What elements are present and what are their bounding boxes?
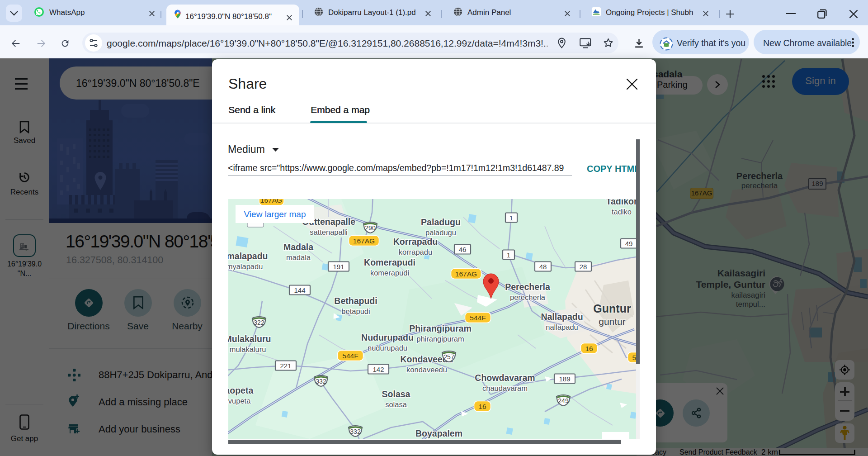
svg-text:167AG: 167AG: [353, 237, 375, 245]
svg-text:Nudurupadu: Nudurupadu: [361, 332, 414, 342]
svg-text:Komerapudi: Komerapudi: [364, 257, 415, 267]
svg-text:28: 28: [580, 263, 587, 271]
svg-text:Bethapudi: Bethapudi: [334, 296, 377, 306]
svg-text:chaudavaram: chaudavaram: [482, 384, 528, 392]
svg-text:paladugu: paladugu: [425, 228, 456, 237]
svg-text:16: 16: [585, 345, 593, 352]
svg-text:Nallapadu: Nallapadu: [541, 312, 583, 322]
svg-text:191: 191: [333, 263, 344, 271]
svg-text:144: 144: [294, 286, 305, 294]
svg-text:hmalapadu: hmalapadu: [228, 251, 268, 261]
svg-text:167AG: 167AG: [455, 270, 477, 278]
svg-text:sattenapalli: sattenapalli: [310, 228, 347, 236]
svg-text:kondaveedu: kondaveedu: [406, 366, 447, 374]
svg-text:332: 332: [316, 378, 326, 385]
svg-text:Korrapadu: Korrapadu: [393, 237, 438, 247]
svg-text:Tadikor: Tadikor: [606, 199, 636, 206]
svg-text:korrapadu: korrapadu: [399, 248, 432, 256]
svg-text:phirangipuram: phirangipuram: [416, 335, 464, 343]
svg-text:solasa: solasa: [385, 400, 407, 408]
svg-text:16: 16: [478, 403, 486, 410]
svg-text:544F: 544F: [342, 352, 358, 360]
svg-text:332: 332: [350, 428, 361, 435]
svg-text:betapudi: betapudi: [341, 307, 370, 315]
svg-text:Chowdavaram: Chowdavaram: [475, 373, 535, 383]
svg-text:mulakaluru: mulakaluru: [230, 345, 266, 353]
svg-text:guntur: guntur: [599, 316, 626, 327]
svg-text:167AG: 167AG: [260, 199, 282, 204]
svg-text:myalapadu: myalapadu: [228, 262, 263, 271]
svg-text:raopeta: raopeta: [228, 385, 253, 395]
svg-text:544F: 544F: [470, 314, 486, 322]
svg-text:322: 322: [254, 319, 264, 326]
svg-text:madala: madala: [286, 253, 311, 261]
svg-text:nudurupadu: nudurupadu: [368, 344, 407, 352]
svg-text:komerapudi: komerapudi: [370, 269, 409, 277]
svg-text:290: 290: [365, 224, 376, 232]
svg-text:46: 46: [459, 246, 467, 253]
svg-text:Solasa: Solasa: [382, 389, 410, 399]
svg-text:189: 189: [559, 375, 570, 383]
svg-text:perecherla: perecherla: [510, 293, 546, 301]
svg-text:48: 48: [539, 263, 547, 271]
svg-text:Mulakaluru: Mulakaluru: [228, 334, 271, 344]
svg-text:54: 54: [632, 354, 636, 361]
svg-text:avupeta: avupeta: [228, 397, 251, 405]
svg-text:249: 249: [558, 397, 569, 404]
svg-text:49: 49: [625, 240, 633, 247]
svg-text:Guntur: Guntur: [593, 302, 631, 315]
svg-text:1: 1: [509, 214, 513, 222]
svg-text:View larger map: View larger map: [244, 209, 306, 219]
svg-text:Madala: Madala: [283, 242, 313, 252]
svg-text:nallapadu: nallapadu: [546, 323, 578, 331]
svg-text:1: 1: [507, 251, 510, 259]
svg-text:142: 142: [373, 366, 384, 373]
svg-text:Boyapalem: Boyapalem: [415, 428, 462, 438]
svg-text:Paladugu: Paladugu: [421, 217, 461, 227]
svg-text:tadiko: tadiko: [612, 208, 632, 216]
svg-text:221: 221: [280, 362, 291, 370]
svg-text:Phirangipuram: Phirangipuram: [409, 323, 472, 333]
svg-text:257: 257: [443, 353, 454, 361]
svg-text:Perecherla: Perecherla: [505, 282, 550, 292]
